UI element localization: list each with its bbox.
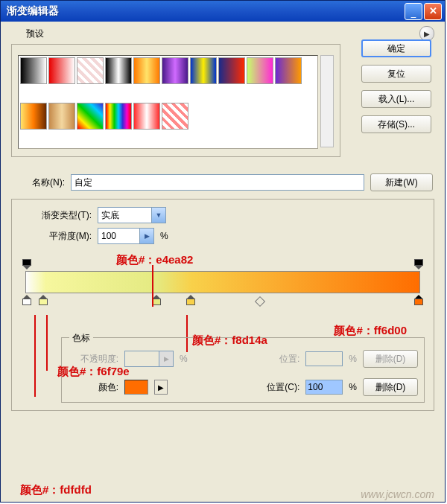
- gradient-bar-area: [25, 259, 420, 315]
- preset-swatch-4[interactable]: [133, 57, 160, 84]
- smoothness-input[interactable]: 100 ▶: [98, 228, 154, 244]
- ok-button[interactable]: 确定: [361, 39, 431, 57]
- opacity-stop-left[interactable]: [22, 259, 31, 269]
- gradient-editor-window: 渐变编辑器 _ ✕ 预设 ▶ 确定 复位 载入(L)... 存储(S)... 名…: [0, 0, 446, 503]
- chevron-down-icon: ▼: [151, 208, 165, 223]
- preset-swatch-0[interactable]: [20, 57, 47, 84]
- reset-button[interactable]: 复位: [361, 65, 431, 83]
- color-label: 颜色:: [68, 381, 118, 394]
- presets-scrollbar[interactable]: [320, 55, 334, 147]
- color-stop-1[interactable]: [22, 295, 31, 305]
- color-row: 颜色: ▶ 位置(C): % 删除(D): [68, 378, 418, 396]
- window-title: 渐变编辑器: [7, 4, 59, 18]
- preset-swatch-11[interactable]: [48, 103, 75, 130]
- color-picker-button[interactable]: ▶: [154, 380, 168, 395]
- preset-swatch-1[interactable]: [48, 57, 75, 84]
- preset-swatch-14[interactable]: [133, 103, 160, 130]
- smoothness-row: 平滑度(M): 100 ▶ %: [21, 228, 425, 244]
- annot-line-2: [34, 315, 36, 397]
- watermark: www.jcwcn.com: [361, 488, 434, 500]
- delete-color-button[interactable]: 删除(D): [363, 378, 418, 396]
- name-row: 名称(N): 新建(W): [13, 173, 433, 191]
- preset-swatch-2[interactable]: [77, 57, 104, 84]
- presets-menu-button[interactable]: ▶: [419, 26, 434, 41]
- annotation-ff6d00: 颜色#：ff6d00: [334, 324, 407, 338]
- smoothness-pct: %: [160, 231, 168, 241]
- name-label: 名称(N):: [13, 176, 65, 189]
- minimize-button[interactable]: _: [405, 3, 422, 20]
- presets-group: [11, 44, 340, 157]
- preset-grid[interactable]: [18, 55, 318, 149]
- annot-line-1: [152, 265, 153, 307]
- presets-header-row: 预设 ▶: [23, 26, 434, 41]
- preset-swatch-10[interactable]: [20, 103, 47, 130]
- load-button[interactable]: 载入(L)...: [361, 90, 431, 108]
- close-button[interactable]: ✕: [424, 3, 442, 20]
- opacity-label: 不透明度:: [68, 353, 118, 366]
- opacity-input: ▶: [124, 351, 174, 367]
- color-stop-2[interactable]: [39, 295, 48, 305]
- preset-swatch-5[interactable]: [162, 57, 188, 84]
- gradient-type-row: 渐变类型(T): 实底 ▼: [21, 207, 425, 223]
- smoothness-value: 100: [101, 231, 116, 241]
- preset-swatch-8[interactable]: [247, 57, 273, 84]
- position2-input[interactable]: [305, 380, 343, 395]
- gradient-bar[interactable]: [25, 271, 420, 293]
- chevron-right-icon: ▶: [159, 351, 173, 366]
- preset-swatch-15[interactable]: [162, 103, 188, 130]
- midpoint-diamond[interactable]: [255, 296, 265, 307]
- window-controls: _ ✕: [405, 3, 442, 20]
- color-swatch[interactable]: [124, 380, 148, 395]
- presets-area: [12, 45, 340, 156]
- position2-label: 位置(C):: [267, 381, 299, 394]
- smoothness-label: 平滑度(M):: [21, 230, 92, 243]
- annotation-f6f79e: 颜色#：f6f79e: [57, 365, 130, 379]
- position-label: 位置:: [279, 353, 299, 366]
- dialog-buttons: 确定 复位 载入(L)... 存储(S)...: [361, 39, 431, 133]
- color-stop-4[interactable]: [186, 295, 195, 305]
- color-stop-5[interactable]: [414, 295, 423, 305]
- save-button[interactable]: 存储(S)...: [361, 115, 431, 133]
- preset-swatch-6[interactable]: [190, 57, 217, 84]
- gradient-type-value: 实底: [101, 209, 119, 222]
- preset-swatch-9[interactable]: [275, 57, 302, 84]
- preset-swatch-7[interactable]: [218, 57, 245, 84]
- name-input[interactable]: [71, 174, 364, 191]
- annotation-fdfdfd: 颜色#：fdfdfd: [20, 483, 92, 497]
- preset-swatch-3[interactable]: [105, 57, 132, 84]
- stops-label: 色标: [69, 332, 93, 345]
- delete-opacity-button: 删除(D): [363, 350, 418, 368]
- preset-swatch-13[interactable]: [105, 103, 132, 130]
- new-button[interactable]: 新建(W): [370, 173, 433, 191]
- chevron-right-icon: ▶: [139, 229, 153, 243]
- titlebar: 渐变编辑器 _ ✕: [1, 1, 445, 22]
- annot-line-3: [46, 315, 48, 371]
- gradient-type-label: 渐变类型(T):: [21, 209, 92, 222]
- gradient-group: 渐变类型(T): 实底 ▼ 平滑度(M): 100 ▶ % 颜色#：e4ea82: [11, 199, 434, 411]
- stops-group: 色标 颜色#：f8d14a 不透明度: ▶ % 位置: % 删除(D) 颜色#：…: [61, 337, 425, 403]
- gradient-type-dropdown[interactable]: 实底 ▼: [98, 207, 166, 223]
- preset-swatch-12[interactable]: [77, 103, 104, 130]
- annotation-f8d14a: 颜色#：f8d14a: [192, 334, 267, 348]
- presets-label: 预设: [23, 28, 47, 40]
- opacity-stop-right[interactable]: [414, 259, 423, 269]
- position-input: [305, 351, 343, 366]
